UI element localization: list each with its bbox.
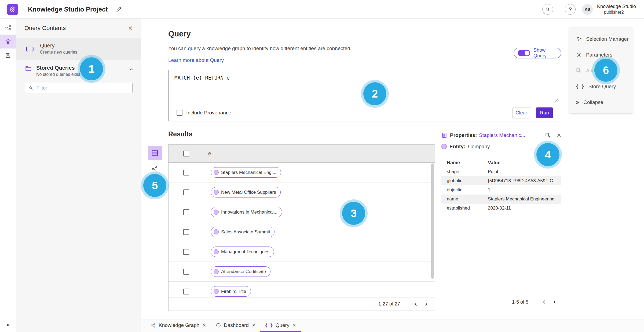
layers-view-button[interactable] xyxy=(0,35,16,49)
hierarchy-view-button[interactable] xyxy=(0,21,16,35)
tool-label: Parameters xyxy=(586,52,612,58)
expand-rail-button[interactable]: » xyxy=(0,321,16,328)
search-button[interactable] xyxy=(542,4,553,15)
run-button[interactable]: Run xyxy=(536,107,553,118)
row-checkbox[interactable] xyxy=(183,229,189,235)
table-row: Sales Associate Summit xyxy=(169,222,435,242)
entity-pill[interactable]: Sales Associate Summit xyxy=(211,227,275,237)
layers-icon xyxy=(5,39,11,44)
stored-queries-section[interactable]: Stored Queries No stored queries exist xyxy=(16,59,141,79)
pagination-label: 1-27 of 27 xyxy=(378,301,400,307)
row-checkbox[interactable] xyxy=(183,289,189,294)
entity-pill[interactable]: Firebird Title xyxy=(211,286,251,297)
property-name: globalid xyxy=(441,178,488,184)
row-entity-cell: Attendance Certificate xyxy=(204,262,270,281)
tool-label: Selection Manager xyxy=(586,36,628,42)
search-icon xyxy=(28,85,33,90)
table-row: Managment Techniques xyxy=(169,242,435,262)
property-row: objectid1 xyxy=(441,185,561,195)
user-role: publisher2 xyxy=(604,10,636,15)
entity-label: Sales Associate Summit xyxy=(221,229,270,235)
query-item-sublabel: Create new queries xyxy=(40,50,77,55)
clear-button[interactable]: Clear xyxy=(513,107,530,118)
entity-label: Firebird Title xyxy=(221,289,246,294)
close-panel-button[interactable]: × xyxy=(128,24,133,32)
app-logo-icon[interactable] xyxy=(7,4,18,15)
entity-icon xyxy=(214,269,219,274)
results-table: e Staplers Mechanical Engi...New Metal O… xyxy=(168,144,435,311)
tool-selection-manager[interactable]: Selection Manager xyxy=(569,31,633,47)
query-input[interactable]: MATCH (e) RETURN e xyxy=(169,70,561,85)
row-entity-cell: Sales Associate Summit xyxy=(204,222,275,242)
row-checkbox[interactable] xyxy=(183,209,189,215)
query-contents-panel: Query Contents × { } Query Create new qu… xyxy=(16,18,141,332)
close-tab-icon[interactable]: × xyxy=(203,322,206,328)
tab-query[interactable]: { } Query × xyxy=(260,319,301,332)
row-checkbox[interactable] xyxy=(183,269,189,275)
entity-pill[interactable]: Staplers Mechanical Engi... xyxy=(211,167,281,178)
entity-pill[interactable]: New Metal Office Suppliers xyxy=(211,187,281,197)
property-name: objectid xyxy=(441,187,488,193)
filter-field[interactable] xyxy=(25,83,133,93)
edit-title-icon[interactable] xyxy=(116,6,122,13)
close-tab-icon[interactable]: × xyxy=(292,322,296,328)
tab-label: Query xyxy=(276,322,290,328)
select-all-checkbox[interactable] xyxy=(183,151,189,156)
tab-knowledge-graph[interactable]: Knowledge Graph × xyxy=(146,319,211,332)
add-to-map-icon[interactable] xyxy=(545,132,551,138)
query-item-label: Query xyxy=(40,43,77,49)
learn-more-link[interactable]: Learn more about Query xyxy=(168,57,224,63)
next-page-button[interactable] xyxy=(549,297,559,307)
prev-page-button[interactable] xyxy=(411,299,421,309)
next-page-button[interactable] xyxy=(421,299,431,309)
property-value: Staplers Mechanical Engineering xyxy=(488,196,561,202)
user-info[interactable]: Knowledge Studio publisher2 xyxy=(597,3,636,15)
table-view-button[interactable] xyxy=(148,146,162,160)
filter-input[interactable] xyxy=(36,85,129,91)
close-tab-icon[interactable]: × xyxy=(252,322,255,328)
entity-icon xyxy=(214,170,219,175)
collapse-section-button[interactable] xyxy=(129,67,134,72)
sidebar-item-query[interactable]: { } Query Create new queries xyxy=(16,38,141,59)
tool-collapse[interactable]: » Collapse xyxy=(569,94,633,110)
include-provenance-label: Include Provenance xyxy=(186,110,231,116)
graph-view-button[interactable] xyxy=(149,163,160,174)
help-button[interactable]: ? xyxy=(565,4,576,15)
bottom-tab-bar: Knowledge Graph × Dashboard × { } Query … xyxy=(141,319,644,332)
properties-pagination: 1-5 of 5 xyxy=(441,296,561,308)
properties-header: Properties: Staplers Mechanic... × xyxy=(441,131,561,139)
entity-pill[interactable]: Managment Techniques xyxy=(211,247,274,257)
prev-page-button[interactable] xyxy=(539,297,549,307)
include-provenance-checkbox[interactable] xyxy=(177,110,182,116)
properties-entity-link[interactable]: Staplers Mechanic... xyxy=(479,132,525,138)
resize-grip-icon[interactable] xyxy=(555,98,559,102)
entity-pill[interactable]: Attendance Certificate xyxy=(211,266,270,277)
results-pagination: 1-27 of 27 xyxy=(169,297,435,311)
row-checkbox[interactable] xyxy=(183,170,189,176)
show-query-label: Show Query xyxy=(533,47,557,59)
results-table-header: e xyxy=(169,145,435,163)
folder-icon xyxy=(25,65,32,72)
tool-label: Store Query xyxy=(588,84,616,89)
row-checkbox[interactable] xyxy=(183,249,189,255)
topbar: Knowledge Studio Project ? KS Knowledge … xyxy=(0,0,644,19)
tool-label: Collapse xyxy=(583,99,603,105)
entity-icon xyxy=(214,229,219,234)
avatar[interactable]: KS xyxy=(582,4,593,15)
tool-store-query[interactable]: { } Store Query xyxy=(569,79,633,94)
close-properties-button[interactable]: × xyxy=(557,132,561,139)
save-icon xyxy=(5,53,11,58)
entity-pill[interactable]: Innovations in Mechanical... xyxy=(211,207,282,217)
column-header-e[interactable]: e xyxy=(204,145,211,162)
tab-dashboard[interactable]: Dashboard × xyxy=(211,319,260,332)
entity-label: Attendance Certificate xyxy=(221,269,266,274)
panel-header: Query Contents × xyxy=(16,18,141,38)
results-scrollbar[interactable] xyxy=(431,163,434,279)
entity-label: Managment Techniques xyxy=(221,249,269,255)
save-button[interactable] xyxy=(0,49,16,62)
chevron-left-icon xyxy=(542,300,547,304)
row-entity-cell: Managment Techniques xyxy=(204,242,274,262)
tab-label: Knowledge Graph xyxy=(159,322,199,328)
row-checkbox[interactable] xyxy=(183,189,189,195)
show-query-toggle[interactable]: Show Query xyxy=(514,48,561,58)
